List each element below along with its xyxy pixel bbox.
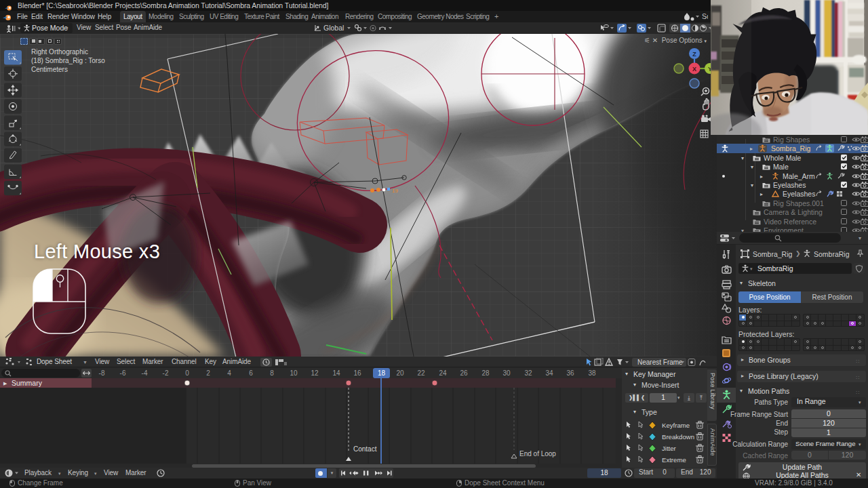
svg-text:Sc: Sc	[702, 12, 708, 20]
svg-text:19: 19	[392, 188, 398, 194]
svg-text:Breakdown: Breakdown	[662, 433, 694, 441]
svg-text:Extreme: Extreme	[662, 456, 686, 464]
svg-text:Z: Z	[692, 51, 696, 58]
svg-text:Keyframe: Keyframe	[662, 422, 690, 429]
svg-text:Global: Global	[323, 24, 344, 32]
svg-text:Jitter: Jitter	[662, 445, 677, 452]
svg-text:X: X	[692, 66, 696, 73]
svg-text:Nearest Frame: Nearest Frame	[637, 359, 683, 366]
